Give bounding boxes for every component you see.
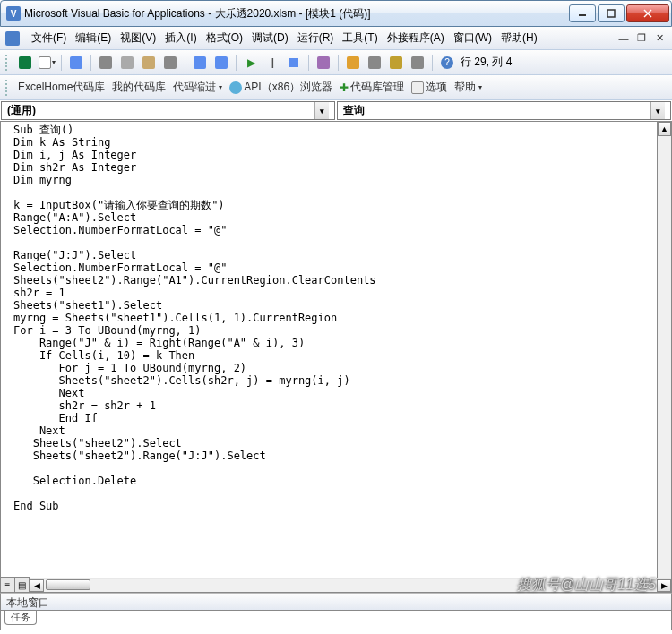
locals-window-title[interactable]: 本地窗口: [0, 593, 672, 611]
lib-manager-button[interactable]: ✚代码库管理: [340, 80, 404, 95]
mdi-minimize-button[interactable]: —: [616, 32, 631, 45]
menu-help[interactable]: 帮助(H): [497, 29, 541, 47]
project-explorer-button[interactable]: [343, 53, 363, 73]
object-proc-bar: (通用) ▾ 查询 ▾: [0, 100, 672, 122]
menu-addins[interactable]: 外接程序(A): [383, 29, 448, 47]
mdi-close-button[interactable]: ✕: [652, 32, 667, 45]
code-pane: Sub 查询() Dim k As String Dim i, j As Int…: [0, 122, 672, 593]
close-button[interactable]: [626, 4, 669, 22]
menu-view[interactable]: 视图(V): [116, 29, 159, 47]
addin-help-button[interactable]: 帮助▾: [454, 80, 482, 95]
horizontal-scrollbar[interactable]: ◀ ▶: [30, 578, 671, 592]
code-editor[interactable]: Sub 查询() Dim k As String Dim i, j As Int…: [1, 122, 657, 592]
menu-tools[interactable]: 工具(T): [339, 29, 381, 47]
cursor-position: 行 29, 列 4: [461, 55, 512, 70]
scroll-thumb[interactable]: [46, 579, 90, 590]
undo-button[interactable]: [190, 53, 210, 73]
addin-toolbar: ExcelHome代码库 我的代码库 代码缩进▾ API（x86）浏览器 ✚代码…: [0, 75, 672, 100]
mdi-restore-button[interactable]: ❐: [634, 32, 649, 45]
paste-button[interactable]: [139, 53, 159, 73]
procedure-dropdown[interactable]: 查询 ▾: [337, 101, 671, 120]
locals-tab[interactable]: 任务: [4, 611, 37, 625]
full-module-view-button[interactable]: ▤: [15, 578, 30, 592]
cut-button[interactable]: [96, 53, 116, 73]
code-indent-button[interactable]: 代码缩进▾: [173, 80, 222, 95]
object-dropdown-value: (通用): [7, 103, 36, 118]
procedure-dropdown-value: 查询: [343, 103, 365, 118]
standard-toolbar: ▾ ▶ ‖ ? 行 29, 列 4: [0, 50, 672, 75]
locals-window-body[interactable]: 任务: [0, 611, 672, 630]
window-controls: [567, 4, 669, 22]
properties-button[interactable]: [365, 53, 384, 73]
code-view-buttons: ≡ ▤: [1, 577, 30, 592]
menu-window[interactable]: 窗口(W): [450, 29, 495, 47]
menu-debug[interactable]: 调试(D): [248, 29, 292, 47]
copy-button[interactable]: [117, 53, 137, 73]
scroll-track[interactable]: [44, 579, 657, 592]
reset-button[interactable]: [284, 53, 304, 73]
menu-edit[interactable]: 编辑(E): [72, 29, 115, 47]
procedure-view-button[interactable]: ≡: [1, 578, 15, 592]
toolbar-grip[interactable]: [5, 80, 9, 96]
code-text[interactable]: Sub 查询() Dim k As String Dim i, j As Int…: [1, 122, 657, 514]
minimize-button[interactable]: [569, 4, 596, 22]
scroll-up-button[interactable]: ▲: [658, 122, 671, 136]
excelhome-lib-button[interactable]: ExcelHome代码库: [18, 80, 105, 95]
options-button[interactable]: 选项: [411, 80, 447, 95]
design-mode-button[interactable]: [314, 53, 333, 73]
find-button[interactable]: [160, 53, 180, 73]
object-dropdown[interactable]: (通用) ▾: [1, 101, 335, 120]
svg-rect-1: [607, 10, 615, 17]
menu-insert[interactable]: 插入(I): [161, 29, 200, 47]
break-button[interactable]: ‖: [263, 53, 282, 73]
scroll-track[interactable]: [658, 136, 671, 578]
my-lib-button[interactable]: 我的代码库: [112, 80, 166, 95]
redo-button[interactable]: [211, 53, 231, 73]
menu-run[interactable]: 运行(R): [294, 29, 338, 47]
insert-item-button[interactable]: ▾: [37, 53, 56, 73]
save-button[interactable]: [66, 53, 86, 73]
scroll-right-button[interactable]: ▶: [657, 579, 671, 592]
maximize-button[interactable]: [598, 4, 625, 22]
object-browser-button[interactable]: [386, 53, 406, 73]
toolbar-grip[interactable]: [5, 55, 9, 71]
menu-bar: 文件(F) 编辑(E) 视图(V) 插入(I) 格式(O) 调试(D) 运行(R…: [0, 27, 672, 50]
app-icon: V: [6, 6, 21, 21]
menu-format[interactable]: 格式(O): [202, 29, 246, 47]
toolbox-button[interactable]: [408, 53, 427, 73]
chevron-down-icon: ▾: [314, 102, 329, 119]
help-button[interactable]: ?: [437, 53, 457, 73]
window-title: Microsoft Visual Basic for Applications …: [24, 6, 567, 21]
chevron-down-icon: ▾: [650, 102, 665, 119]
scroll-left-button[interactable]: ◀: [30, 579, 44, 592]
view-excel-button[interactable]: [15, 53, 35, 73]
menu-file[interactable]: 文件(F): [28, 29, 70, 47]
run-button[interactable]: ▶: [241, 53, 261, 73]
mdi-icon: [5, 31, 20, 46]
vertical-scrollbar[interactable]: ▲ ▼: [657, 122, 671, 592]
window-titlebar: V Microsoft Visual Basic for Application…: [0, 0, 672, 27]
api-browser-button[interactable]: API（x86）浏览器: [229, 80, 332, 95]
